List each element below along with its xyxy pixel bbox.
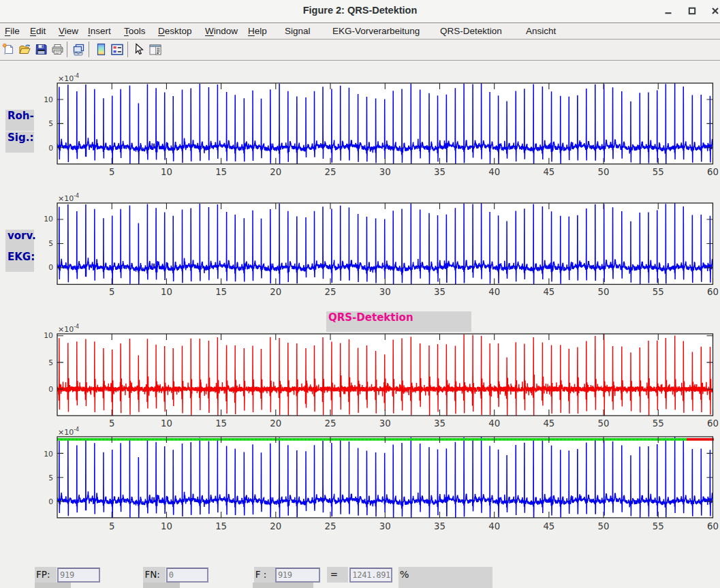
x-tick-label: 10: [161, 287, 172, 297]
maximize-button[interactable]: [682, 0, 702, 22]
figure-canvas: 510152025303540455055600510×10-451015202…: [0, 61, 720, 588]
y-tick-label: 5: [32, 358, 53, 367]
x-tick-label: 5: [109, 287, 114, 297]
x-tick-label: 35: [434, 521, 445, 531]
print-figure-icon: [51, 43, 64, 56]
x-tick-label: 40: [488, 287, 500, 297]
menu-edit[interactable]: Edit: [30, 25, 46, 37]
x-tick-label: 55: [653, 418, 664, 429]
field-fp-value[interactable]: [57, 568, 100, 583]
open-file-button[interactable]: [18, 43, 32, 57]
x-tick-label: 50: [598, 287, 610, 297]
menu-qrs-detektion[interactable]: QRS-Detektion: [440, 25, 502, 37]
x-tick-label: 50: [598, 167, 610, 177]
plot-vorverarbeitetes_ekg: [56, 202, 715, 285]
y-tick-label: 10: [32, 331, 53, 340]
menubar: FileEditViewInsertToolsDesktopWindowHelp…: [0, 23, 720, 40]
new-figure-icon: [2, 43, 15, 56]
y-tick-label: 10: [32, 449, 53, 458]
x-tick-label: 20: [270, 418, 281, 429]
x-tick-label: 45: [543, 418, 554, 429]
x-tick-label: 50: [598, 521, 610, 531]
label-qrs-detektion-title: QRS-Detektion: [326, 311, 471, 332]
x-tick-label: 50: [598, 418, 610, 429]
close-button[interactable]: [705, 0, 720, 22]
insert-colorbar-button[interactable]: [95, 43, 108, 57]
axes-roh_signal: [56, 82, 715, 166]
y-axis-exponent: ×10-4: [58, 73, 79, 83]
plot-browser-icon: [148, 43, 162, 57]
print-figure-button[interactable]: [51, 43, 65, 57]
close-icon: [711, 7, 719, 15]
label-fn: FN:: [143, 567, 165, 583]
clipped-uicontrol: [253, 583, 313, 588]
label-f: F :: [254, 567, 275, 583]
save-figure-button[interactable]: [35, 43, 48, 57]
menu-insert[interactable]: Insert: [88, 25, 111, 37]
x-tick-label: 30: [379, 521, 391, 531]
window-title: Figure 2: QRS-Detektion: [0, 5, 720, 16]
x-tick-label: 45: [543, 167, 554, 177]
menu-desktop[interactable]: Desktop: [158, 25, 192, 37]
plot-qrs_detektion_filtered: [56, 332, 715, 417]
x-tick-label: 40: [488, 418, 500, 429]
plot-ekg_mit_detektion: [56, 435, 715, 519]
menu-ansicht[interactable]: Ansicht: [526, 25, 556, 37]
toolbar-separator: [89, 42, 89, 57]
menu-tools[interactable]: Tools: [124, 25, 146, 37]
minimize-icon: [664, 7, 672, 15]
edit-plot-button[interactable]: [134, 43, 147, 57]
x-tick-label: 35: [434, 167, 445, 177]
label-roh: Roh-: [5, 110, 34, 131]
y-axis-exponent: ×10-4: [58, 324, 79, 334]
x-tick-label: 15: [215, 418, 227, 429]
field-ratio-value[interactable]: [349, 568, 392, 583]
x-tick-label: 30: [379, 287, 391, 297]
x-tick-label: 25: [325, 418, 336, 429]
clipped-uicontrol: [35, 583, 71, 588]
minimize-button[interactable]: [658, 0, 678, 22]
edit-plot-icon: [134, 43, 146, 55]
maximize-icon: [688, 7, 696, 15]
x-tick-label: 5: [109, 167, 114, 177]
y-tick-label: 5: [32, 473, 53, 482]
label-fp: FP:: [35, 567, 57, 583]
insert-colorbar-icon: [95, 43, 108, 56]
new-figure-button[interactable]: [2, 43, 16, 57]
x-tick-label: 60: [707, 287, 719, 297]
x-tick-label: 45: [543, 287, 554, 297]
open-file-icon: [18, 43, 31, 56]
label-vorv: vorv.: [5, 230, 34, 251]
x-tick-label: 20: [270, 167, 281, 177]
menu-view[interactable]: View: [59, 25, 78, 37]
toolbar-separator: [67, 42, 67, 57]
x-tick-label: 30: [379, 167, 391, 177]
x-tick-label: 55: [653, 521, 664, 531]
y-tick-label: 10: [32, 95, 53, 104]
insert-legend-button[interactable]: [110, 43, 124, 57]
x-tick-label: 15: [215, 287, 227, 297]
y-tick-label: 0: [32, 497, 53, 506]
x-tick-label: 15: [215, 521, 227, 531]
menu-ekg-vorverarbeitung[interactable]: EKG-Vorverarbeitung: [332, 25, 420, 37]
label-equals: =: [327, 567, 348, 583]
link-plot-button[interactable]: [72, 43, 86, 57]
y-tick-label: 0: [32, 263, 53, 272]
field-fn-value[interactable]: [166, 568, 208, 583]
menu-file[interactable]: File: [5, 25, 20, 37]
x-tick-label: 10: [161, 521, 172, 531]
menu-signal[interactable]: Signal: [285, 25, 311, 37]
x-tick-label: 5: [109, 521, 114, 531]
x-tick-label: 20: [270, 521, 281, 531]
plot-roh_signal: [56, 82, 715, 166]
plot-browser-button[interactable]: [148, 43, 162, 57]
titlebar[interactable]: Figure 2: QRS-Detektion: [0, 0, 720, 23]
x-tick-label: 30: [379, 418, 391, 429]
y-tick-label: 0: [32, 143, 53, 152]
field-f-value[interactable]: [275, 568, 320, 583]
x-tick-label: 35: [434, 418, 445, 429]
x-tick-label: 55: [653, 167, 664, 177]
y-tick-label: 10: [32, 215, 53, 223]
menu-window[interactable]: Window: [205, 25, 238, 37]
menu-help[interactable]: Help: [248, 25, 267, 37]
